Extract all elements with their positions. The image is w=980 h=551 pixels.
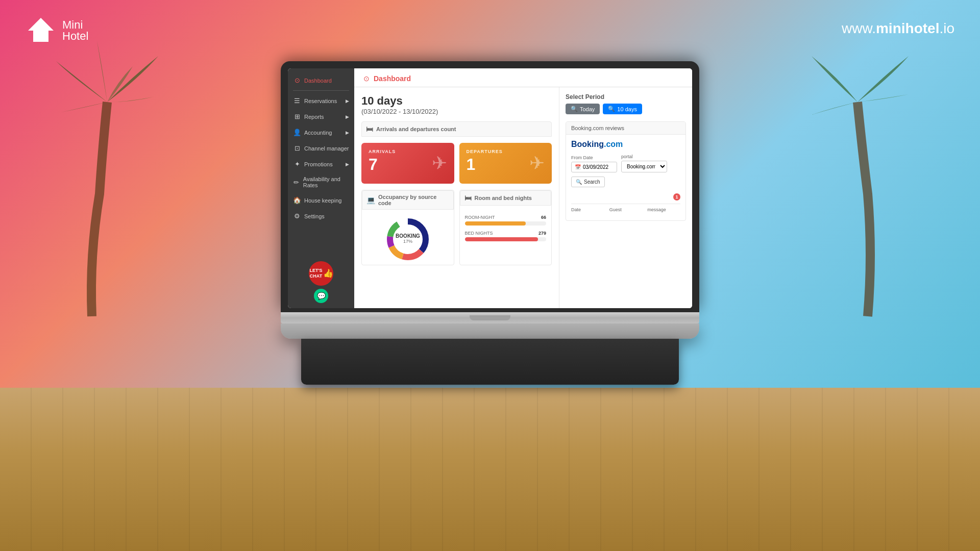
sidebar-item-accounting[interactable]: 👤 Accounting ▶ — [288, 124, 354, 140]
brand-logo: Mini Hotel — [26, 15, 88, 46]
wood-table — [0, 388, 980, 551]
dashboard-title: Dashboard — [374, 74, 411, 83]
logo-hotel: Hotel — [62, 31, 88, 42]
ten-days-button[interactable]: 🔍 10 days — [603, 104, 642, 114]
today-button[interactable]: 🔍 Today — [566, 104, 600, 114]
search-button[interactable]: 🔍 Search — [571, 177, 605, 187]
lets-chat-badge[interactable]: LET'S CHAT 👍 — [309, 261, 333, 286]
col-message: message — [647, 207, 680, 212]
bed-nights-stat: BED NIGHTS 279 — [465, 231, 547, 241]
reports-icon: ⊞ — [293, 113, 301, 120]
promotions-arrow: ▶ — [346, 162, 349, 167]
from-date-group: From Date 📅 03/09/2022 — [571, 155, 617, 172]
sidebar-divider-1 — [293, 90, 349, 91]
from-date-input[interactable]: 📅 03/09/2022 — [571, 162, 617, 172]
search-btn-label: Search — [584, 179, 600, 185]
portal-label: portal — [621, 154, 667, 159]
sidebar-item-reports[interactable]: ⊞ Reports ▶ — [288, 109, 354, 124]
svg-rect-2 — [37, 35, 44, 42]
dashboard-right: Select Period 🔍 Today 🔍 10 days — [559, 87, 692, 308]
sidebar-item-availability[interactable]: ✏ Availability and Rates — [288, 172, 354, 192]
donut-pct: 17% — [403, 239, 412, 244]
chat-bubble-icon[interactable]: 💬 — [314, 289, 328, 303]
sidebar-label-dashboard: Dashboard — [304, 78, 332, 84]
select-period-label: Select Period — [566, 93, 686, 101]
period-dates: (03/10/2022 - 13/10/2022) — [361, 108, 552, 115]
dashboard-left: 10 days (03/10/2022 - 13/10/2022) 🛏 Arri… — [354, 87, 559, 308]
reviews-header: Booking.com reviews — [566, 122, 685, 135]
dashboard-icon: ⊙ — [293, 77, 301, 84]
room-nights-header: 🛏 Room and bed nights — [460, 190, 552, 206]
portal-group: portal Booking.com — [621, 154, 667, 172]
sidebar-item-channel-manager[interactable]: ⊡ Channel manager — [288, 140, 354, 156]
occupancy-header: 💻 Occupancy by source code — [362, 190, 454, 210]
bed-nights-bar — [465, 237, 538, 241]
portal-select[interactable]: Booking.com — [621, 161, 667, 172]
sidebar-item-housekeeping[interactable]: 🏠 House keeping — [288, 192, 354, 208]
bed2-icon: 🛏 — [464, 194, 472, 202]
main-content: ⊙ Dashboard 10 days (03/10/2022 - 13/10/… — [354, 68, 692, 308]
sidebar-item-dashboard[interactable]: ⊙ Dashboard — [288, 72, 354, 88]
availability-icon: ✏ — [293, 179, 300, 186]
dashboard-header-icon: ⊙ — [363, 74, 370, 83]
occupancy-chart: 💻 Occupancy by source code — [361, 190, 454, 265]
sidebar-label-settings: Settings — [304, 213, 325, 219]
from-date-label: From Date — [571, 155, 617, 160]
arrivals-card: ARRIVALS 7 ✈ — [361, 143, 454, 184]
period-days: 10 days — [361, 94, 552, 108]
sidebar: ⊙ Dashboard ☰ Reservations ▶ ⊞ Reports — [288, 68, 354, 308]
charts-row: 💻 Occupancy by source code — [361, 190, 552, 265]
room-night-label: ROOM-NIGHT — [465, 215, 495, 220]
donut-chart-body: BOOKING 17% — [362, 214, 454, 265]
room-night-value: 66 — [541, 215, 546, 220]
room-night-stat: ROOM-NIGHT 66 — [465, 215, 547, 226]
reports-arrow: ▶ — [346, 114, 349, 119]
room-night-track — [465, 221, 547, 226]
donut-svg: BOOKING 17% — [382, 214, 433, 265]
calendar-icon: 📅 — [575, 164, 581, 170]
sidebar-item-settings[interactable]: ⚙ Settings — [288, 208, 354, 224]
brand-url: www.minihotel.io — [842, 20, 954, 37]
sidebar-item-promotions[interactable]: ✦ Promotions ▶ — [288, 156, 354, 172]
housekeeping-icon: 🏠 — [293, 196, 301, 204]
booking-logo: Booking.com — [571, 140, 680, 149]
bed-icon: 🛏 — [366, 125, 373, 133]
room-nights-chart: 🛏 Room and bed nights ROOM-NIGHT 66 — [459, 190, 552, 265]
reviews-body: Booking.com From Date 📅 03/ — [566, 135, 685, 220]
reviews-form: From Date 📅 03/09/2022 portal — [571, 154, 680, 187]
reviews-section: Booking.com reviews Booking.com — [566, 121, 686, 221]
room-nights-body: ROOM-NIGHT 66 — [460, 210, 552, 252]
reservations-icon: ☰ — [293, 97, 301, 105]
sidebar-label-reports: Reports — [304, 114, 324, 120]
col-date: Date — [571, 207, 604, 212]
donut-label: BOOKING — [396, 233, 420, 239]
badge-container: 1 — [571, 191, 680, 201]
departures-icon: ✈ — [529, 153, 545, 174]
logo-mini: Mini — [62, 19, 88, 31]
from-date-value: 03/09/2022 — [583, 164, 608, 170]
laptop-screen: ⊙ Dashboard ☰ Reservations ▶ ⊞ Reports — [288, 68, 692, 308]
laptop-bottom — [281, 323, 699, 339]
accounting-arrow: ▶ — [346, 130, 349, 135]
occupancy-title: Occupancy by source code — [378, 194, 449, 206]
reviews-table-header: Date Guest message — [571, 204, 680, 215]
lets-chat-area: LET'S CHAT 👍 💬 — [288, 256, 354, 308]
sidebar-label-housekeeping: House keeping — [304, 197, 341, 204]
promotions-icon: ✦ — [293, 160, 301, 168]
laptop-keyboard — [301, 339, 679, 385]
svg-marker-0 — [28, 18, 54, 31]
period-buttons: 🔍 Today 🔍 10 days — [566, 104, 686, 114]
sidebar-label-accounting: Accounting — [304, 130, 332, 136]
bed-nights-label: BED NIGHTS — [465, 231, 493, 236]
chat-hand-icon: 👍 — [323, 268, 333, 278]
room-night-bar — [465, 221, 526, 226]
laptop-icon: 💻 — [366, 196, 375, 204]
dashboard-header: ⊙ Dashboard — [354, 68, 692, 87]
bed-nights-value: 279 — [538, 231, 546, 236]
sidebar-label-reservations: Reservations — [304, 98, 337, 104]
stat-cards: ARRIVALS 7 ✈ DEPARTURES 1 ✈ — [361, 143, 552, 184]
sidebar-item-reservations[interactable]: ☰ Reservations ▶ — [288, 93, 354, 109]
search-icon-today: 🔍 — [571, 106, 578, 112]
reservations-arrow: ▶ — [346, 98, 349, 104]
arrivals-section-header: 🛏 Arrivals and departures count — [361, 121, 552, 137]
